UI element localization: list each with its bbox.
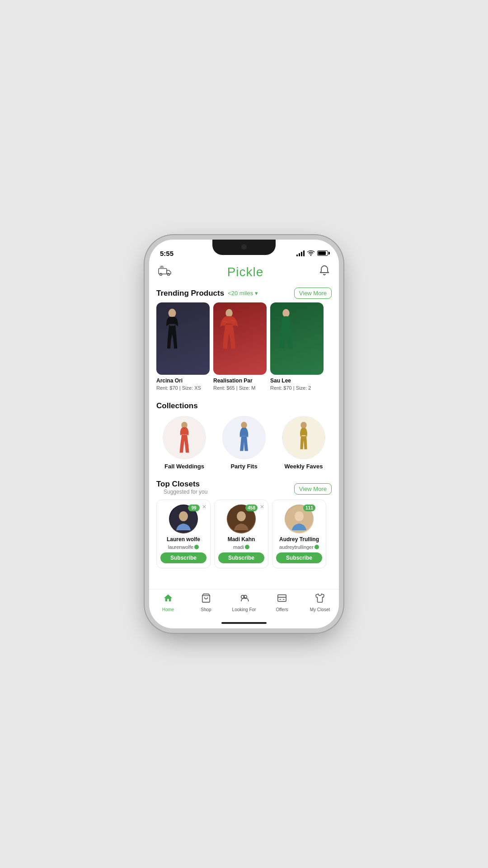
bottom-nav: Home Shop bbox=[149, 589, 339, 618]
signal-bars-icon bbox=[296, 250, 305, 256]
closets-row: ✕ 99 Lauren wolfe laurenwo bbox=[149, 500, 339, 574]
collections-row: Fall Weddings Part bbox=[149, 414, 339, 475]
closet-username-2: madi bbox=[233, 544, 249, 550]
app-header: Pickle bbox=[149, 262, 339, 283]
top-closets-subtitle: Suggested for you bbox=[156, 489, 215, 499]
svg-point-14 bbox=[179, 511, 188, 521]
closet-avatar-wrap-2: 458 bbox=[227, 505, 256, 533]
collection-name-1: Fall Weddings bbox=[164, 463, 204, 470]
svg-point-18 bbox=[295, 511, 304, 521]
closet-badge-1: 99 bbox=[188, 505, 200, 511]
collections-title: Collections bbox=[156, 401, 198, 410]
product-name-1: Arcina Ori bbox=[156, 377, 210, 385]
closet-username-3: audreytrullinger bbox=[279, 544, 319, 550]
screen: 5:55 bbox=[149, 240, 339, 628]
my-closet-icon bbox=[315, 593, 325, 606]
location-filter[interactable]: <20 miles ▾ bbox=[228, 290, 258, 297]
closet-card-2[interactable]: ✕ 458 Madi Kahn madi bbox=[214, 500, 268, 568]
product-card-3[interactable]: Sau Lee Rent: $70 | Size: 2 bbox=[270, 302, 324, 392]
product-image-2 bbox=[213, 302, 267, 375]
shop-icon bbox=[201, 593, 211, 606]
collection-fall-weddings[interactable]: Fall Weddings bbox=[156, 416, 212, 470]
closet-close-1[interactable]: ✕ bbox=[202, 504, 206, 510]
closet-card-1[interactable]: ✕ 99 Lauren wolfe laurenwo bbox=[156, 500, 211, 568]
closet-close-2[interactable]: ✕ bbox=[260, 504, 264, 510]
nav-home[interactable]: Home bbox=[149, 593, 187, 612]
home-indicator bbox=[149, 618, 339, 628]
trending-section-header: Trending Products <20 miles ▾ View More bbox=[149, 283, 339, 302]
nav-my-closet[interactable]: My Closet bbox=[301, 593, 339, 612]
svg-point-16 bbox=[237, 511, 246, 521]
trending-view-more-button[interactable]: View More bbox=[294, 288, 332, 299]
svg-point-1 bbox=[160, 274, 162, 276]
closet-username-1: laurenwolfe bbox=[168, 544, 199, 550]
closet-avatar-wrap-1: 99 bbox=[169, 505, 198, 533]
closet-card-3[interactable]: 111 Audrey Trulling audreytrullinger Sub… bbox=[272, 500, 326, 568]
svg-point-12 bbox=[300, 422, 307, 429]
closet-badge-3: 111 bbox=[303, 505, 315, 511]
content-scroll[interactable]: Trending Products <20 miles ▾ View More bbox=[149, 283, 339, 589]
home-icon bbox=[163, 593, 173, 606]
closet-avatar-wrap-3: 111 bbox=[285, 505, 314, 533]
top-closets-title: Top Closets bbox=[156, 480, 215, 489]
closet-name-2: Madi Kahn bbox=[228, 536, 255, 542]
product-detail-1: Rent: $70 | Size: XS bbox=[156, 385, 210, 392]
nav-offers[interactable]: Offers bbox=[263, 593, 301, 612]
collection-name-2: Party Fits bbox=[230, 463, 257, 470]
product-name-3: Sau Lee bbox=[270, 377, 324, 385]
subscribe-button-1[interactable]: Subscribe bbox=[160, 552, 206, 563]
nav-looking-for-label: Looking For bbox=[232, 607, 256, 612]
offers-icon bbox=[277, 593, 287, 606]
nav-shop-label: Shop bbox=[201, 607, 211, 612]
product-detail-2: Rent: $65 | Size: M bbox=[213, 385, 267, 392]
notification-bell-icon[interactable] bbox=[319, 265, 330, 279]
svg-point-9 bbox=[241, 422, 247, 429]
battery-icon bbox=[317, 250, 328, 256]
product-detail-3: Rent: $70 | Size: 2 bbox=[270, 385, 324, 392]
delivery-icon[interactable] bbox=[158, 266, 172, 278]
svg-point-5 bbox=[169, 309, 176, 318]
product-image-3 bbox=[270, 302, 324, 375]
nav-offers-label: Offers bbox=[276, 607, 288, 612]
collection-circle-2 bbox=[222, 416, 266, 459]
subscribe-button-3[interactable]: Subscribe bbox=[276, 552, 322, 563]
nav-shop[interactable]: Shop bbox=[187, 593, 225, 612]
product-card-1[interactable]: Arcina Ori Rent: $70 | Size: XS bbox=[156, 302, 210, 392]
wifi-icon bbox=[307, 250, 314, 256]
status-bar: 5:55 bbox=[149, 240, 339, 262]
product-name-2: Realisation Par bbox=[213, 377, 267, 385]
looking-for-icon bbox=[239, 593, 249, 606]
collection-circle-3 bbox=[282, 416, 325, 459]
phone-frame: 5:55 bbox=[149, 240, 339, 628]
product-card-2[interactable]: Realisation Par Rent: $65 | Size: M bbox=[213, 302, 267, 392]
closet-name-3: Audrey Trulling bbox=[279, 536, 319, 542]
top-closets-section-header: Top Closets Suggested for you View More bbox=[149, 475, 339, 500]
nav-my-closet-label: My Closet bbox=[310, 607, 330, 612]
collection-weekly-faves[interactable]: Weekly Faves bbox=[276, 416, 332, 470]
svg-point-7 bbox=[282, 309, 289, 317]
verified-icon-3 bbox=[314, 545, 319, 549]
collection-name-3: Weekly Faves bbox=[284, 463, 323, 470]
svg-rect-22 bbox=[278, 595, 286, 602]
closets-view-more-button[interactable]: View More bbox=[294, 483, 332, 495]
product-image-1 bbox=[156, 302, 210, 375]
closet-badge-2: 458 bbox=[245, 505, 258, 511]
svg-point-6 bbox=[225, 309, 232, 317]
verified-icon-2 bbox=[245, 545, 249, 549]
trending-products-row: Arcina Ori Rent: $70 | Size: XS bbox=[149, 302, 339, 397]
subscribe-button-2[interactable]: Subscribe bbox=[218, 552, 264, 563]
nav-looking-for[interactable]: Looking For bbox=[225, 593, 263, 612]
svg-rect-0 bbox=[159, 269, 167, 274]
collection-circle-1 bbox=[163, 416, 206, 459]
svg-point-2 bbox=[168, 274, 170, 276]
nav-home-label: Home bbox=[162, 607, 174, 612]
collection-party-fits[interactable]: Party Fits bbox=[216, 416, 272, 470]
closet-name-1: Lauren wolfe bbox=[167, 536, 200, 542]
app-title: Pickle bbox=[227, 265, 264, 279]
status-icons bbox=[296, 250, 328, 256]
collections-section-header: Collections bbox=[149, 397, 339, 414]
verified-icon-1 bbox=[194, 545, 199, 549]
status-time: 5:55 bbox=[160, 250, 174, 257]
trending-title: Trending Products bbox=[156, 289, 224, 298]
